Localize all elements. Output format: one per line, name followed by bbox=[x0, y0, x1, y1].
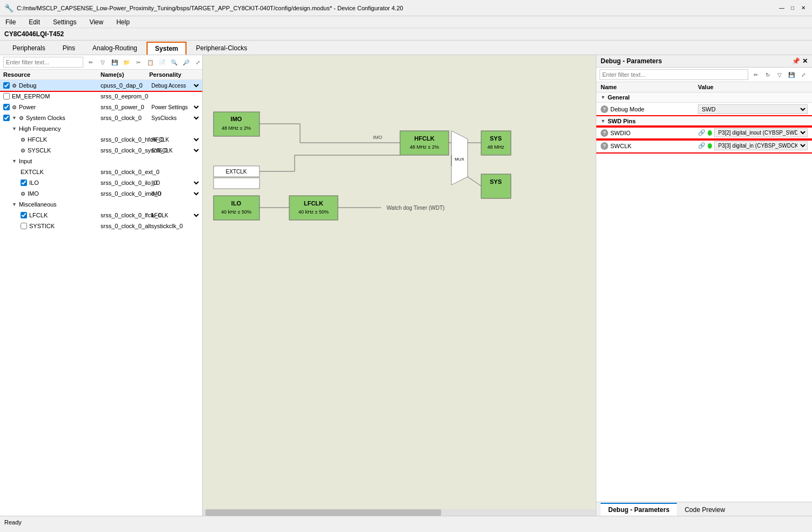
tree-row-sysclk[interactable]: ⚙ SYSCLK srss_0_clock_0_sysclk_0 SYSCLK bbox=[0, 145, 202, 156]
sysclk-personality-cell: SYSCLK bbox=[149, 147, 202, 154]
tree-row-high-frequency[interactable]: ▼ High Frequency bbox=[0, 123, 202, 134]
tree-row-lfclk[interactable]: LFCLK srss_0_clock_0_lfclk_0 LFCLK bbox=[0, 210, 202, 221]
expand-icon[interactable]: ⤢ bbox=[192, 57, 203, 68]
funnel-icon[interactable]: ▽ bbox=[97, 57, 108, 68]
zoom-icon[interactable]: 🔎 bbox=[181, 57, 191, 68]
bottom-tab-code-preview[interactable]: Code Preview bbox=[677, 503, 733, 516]
tree-row-input[interactable]: ▼ Input bbox=[0, 156, 202, 167]
params-section-general[interactable]: ▼ General bbox=[596, 92, 812, 103]
tree-row-ilo[interactable]: ILO srss_0_clock_0_ilo_0 ILO bbox=[0, 177, 202, 188]
system-clocks-expand-icon[interactable]: ▼ bbox=[12, 115, 17, 121]
general-expand-icon[interactable]: ▼ bbox=[601, 95, 605, 100]
ilo-personality-select[interactable]: ILO bbox=[149, 179, 201, 187]
system-clocks-personality-select[interactable]: SysClocks bbox=[149, 115, 201, 122]
menu-edit[interactable]: Edit bbox=[25, 17, 43, 27]
pin-icon[interactable]: 📌 bbox=[792, 57, 800, 65]
tab-peripherals[interactable]: Peripherals bbox=[4, 42, 54, 55]
copy-icon[interactable]: 📋 bbox=[145, 57, 156, 68]
em-eeprom-resource-cell: EM_EEPROM bbox=[3, 93, 101, 99]
ilo-checkbox[interactable] bbox=[21, 179, 27, 186]
params-col-value: Value bbox=[698, 84, 808, 90]
miscellaneous-expand-icon[interactable]: ▼ bbox=[12, 202, 17, 207]
tree-row-hfclk[interactable]: ⚙ HFCLK srss_0_clock_0_hfclk_0 HFCLK bbox=[0, 134, 202, 145]
canvas-area[interactable]: IMO 48 MHz ± 2% EXTCLK ILO 40 kHz ± 50% … bbox=[203, 55, 596, 516]
col-personality: Personality bbox=[149, 71, 203, 78]
tab-peripheral-clocks[interactable]: Peripheral-Clocks bbox=[188, 42, 255, 55]
swclk-help-icon[interactable]: ? bbox=[601, 142, 608, 150]
menu-settings[interactable]: Settings bbox=[50, 17, 79, 27]
ilo-label: ILO bbox=[29, 179, 39, 186]
swclk-link-icon[interactable]: 🔗 bbox=[698, 142, 705, 149]
canvas-scrollbar[interactable] bbox=[203, 509, 596, 516]
params-row-swclk: ? SWCLK 🔗 P3[3] digital_in (CYBSP_SWDCK)… bbox=[596, 139, 812, 152]
swd-pins-expand-icon[interactable]: ▼ bbox=[601, 118, 605, 124]
folder-icon[interactable]: 📁 bbox=[121, 57, 132, 68]
params-section-swd-pins[interactable]: ▼ SWD Pins bbox=[596, 116, 812, 127]
debug-checkbox[interactable] bbox=[3, 82, 10, 89]
right-edit-icon[interactable]: ✏ bbox=[750, 69, 761, 80]
em-eeprom-checkbox[interactable] bbox=[3, 93, 10, 99]
debug-mode-name-cell: ? Debug Mode bbox=[601, 105, 698, 113]
input-expand-icon[interactable]: ▼ bbox=[12, 158, 17, 164]
swdio-link-icon[interactable]: 🔗 bbox=[698, 129, 705, 136]
maximize-button[interactable]: □ bbox=[788, 4, 797, 12]
menu-file[interactable]: File bbox=[2, 17, 19, 27]
close-right-panel-button[interactable]: ✕ bbox=[802, 57, 808, 65]
tree-row-em-eeprom[interactable]: EM_EEPROM srss_0_eeprom_0 bbox=[0, 91, 202, 102]
tree-row-miscellaneous[interactable]: ▼ Miscellaneous bbox=[0, 199, 202, 210]
window-controls[interactable]: — □ ✕ bbox=[777, 4, 808, 12]
extclk-names: srss_0_clock_0_ext_0 bbox=[101, 169, 149, 175]
power-checkbox[interactable] bbox=[3, 104, 10, 110]
cut-icon[interactable]: ✂ bbox=[133, 57, 144, 68]
tab-pins[interactable]: Pins bbox=[55, 42, 83, 55]
right-refresh-icon[interactable]: ↻ bbox=[762, 69, 773, 80]
svg-text:40 kHz ± 50%: 40 kHz ± 50% bbox=[298, 209, 329, 215]
high-frequency-expand-icon[interactable]: ▼ bbox=[12, 126, 17, 131]
minimize-button[interactable]: — bbox=[777, 4, 786, 12]
right-panel-title: Debug - Parameters bbox=[601, 57, 662, 65]
close-button[interactable]: ✕ bbox=[799, 4, 808, 12]
tree-row-system-clocks[interactable]: ▼ ⚙ System Clocks srss_0_clock_0 SysCloc… bbox=[0, 112, 202, 123]
systick-checkbox[interactable] bbox=[21, 223, 27, 229]
debug-mode-help-icon[interactable]: ? bbox=[601, 105, 608, 113]
filter-icon[interactable]: ✏ bbox=[85, 57, 96, 68]
right-filter-input[interactable] bbox=[600, 69, 748, 80]
swdio-value-cell: 🔗 P3[2] digital_inout (CYBSP_SWDIO) [USE… bbox=[698, 128, 808, 137]
hfclk-personality-select[interactable]: HFCLK bbox=[149, 136, 201, 143]
bottom-tab-debug-params[interactable]: Debug - Parameters bbox=[601, 503, 677, 516]
menu-help[interactable]: Help bbox=[113, 17, 133, 27]
left-filter-input[interactable] bbox=[3, 57, 83, 68]
swclk-pin-select[interactable]: P3[3] digital_in (CYBSP_SWDCK) [USED] bbox=[714, 141, 808, 150]
right-save-icon[interactable]: 💾 bbox=[786, 69, 797, 80]
debug-mode-select[interactable]: SWD JTAG bbox=[698, 104, 808, 114]
tree-row-systick[interactable]: SYSTICK srss_0_clock_0_altsystickclk_0 bbox=[0, 221, 202, 231]
paste-icon[interactable]: 📄 bbox=[157, 57, 168, 68]
swdio-pin-select[interactable]: P3[2] digital_inout (CYBSP_SWDIO) [USED] bbox=[714, 128, 808, 137]
swdio-help-icon[interactable]: ? bbox=[601, 129, 608, 137]
menu-view[interactable]: View bbox=[86, 17, 107, 27]
search-icon[interactable]: 🔍 bbox=[169, 57, 179, 68]
tree-row-debug[interactable]: ⚙ Debug cpuss_0_dap_0 Debug Access bbox=[0, 80, 202, 91]
lfclk-personality-select[interactable]: LFCLK bbox=[149, 212, 201, 219]
save-icon[interactable]: 💾 bbox=[109, 57, 120, 68]
svg-text:MUX: MUX bbox=[455, 157, 464, 162]
tab-analog-routing[interactable]: Analog-Routing bbox=[84, 42, 145, 55]
system-clocks-checkbox[interactable] bbox=[3, 115, 10, 121]
right-expand-icon[interactable]: ⤢ bbox=[798, 69, 809, 80]
tree-row-power[interactable]: ⚙ Power srss_0_power_0 Power Settings bbox=[0, 102, 202, 112]
svg-text:IMO: IMO bbox=[231, 116, 242, 122]
tree-row-imo[interactable]: ⚙ IMO srss_0_clock_0_imo_0 IMO bbox=[0, 188, 202, 199]
right-panel-header-controls[interactable]: 📌 ✕ bbox=[792, 57, 808, 65]
hfclk-resource-cell: ⚙ HFCLK bbox=[21, 136, 101, 143]
system-clocks-gear-icon: ⚙ bbox=[19, 115, 24, 121]
tree-row-extclk[interactable]: EXTCLK srss_0_clock_0_ext_0 bbox=[0, 167, 202, 177]
imo-personality-select[interactable]: IMO bbox=[149, 190, 201, 197]
debug-personality-select[interactable]: Debug Access bbox=[149, 82, 201, 89]
hfclk-gear-icon: ⚙ bbox=[21, 137, 25, 143]
sysclk-personality-select[interactable]: SYSCLK bbox=[149, 147, 201, 154]
params-table: Name Value ▼ General ? Debug Mode SWD JT… bbox=[596, 82, 812, 502]
power-personality-select[interactable]: Power Settings bbox=[149, 104, 201, 111]
lfclk-checkbox[interactable] bbox=[21, 212, 27, 218]
right-funnel-icon[interactable]: ▽ bbox=[774, 69, 785, 80]
tab-system[interactable]: System bbox=[147, 42, 187, 55]
